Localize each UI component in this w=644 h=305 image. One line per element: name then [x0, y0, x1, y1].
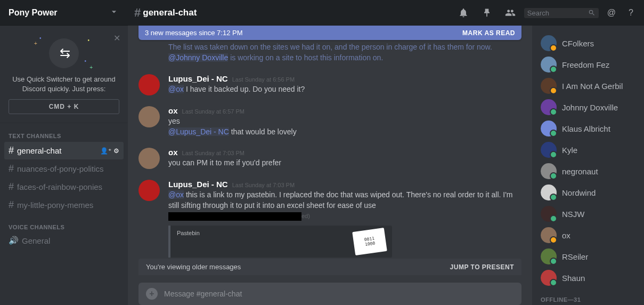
- member-name: I Am Not A Gerbil: [562, 82, 623, 91]
- member-ox[interactable]: ox: [536, 225, 640, 245]
- member-cfolkers[interactable]: CFolkers: [536, 33, 640, 53]
- older-messages-bar[interactable]: You're viewing older messages JUMP TO PR…: [138, 259, 521, 275]
- server-header[interactable]: Pony Power: [0, 0, 128, 26]
- message-timestamp: Last Sunday at 6:57 PM: [182, 108, 244, 115]
- hash-icon: #: [9, 199, 14, 211]
- main-area: # general-chat @ ? 3 new messages since …: [128, 0, 644, 305]
- message-text: ed): [168, 211, 521, 221]
- channel-my-little-pony-memes[interactable]: #my-little-pony-memes: [4, 196, 124, 214]
- hash-icon: #: [9, 181, 14, 192]
- member-klaus-albricht[interactable]: Klaus Albricht: [536, 118, 640, 139]
- message-timestamp: Last Sunday at 7:03 PM: [232, 182, 295, 188]
- member-nordwind[interactable]: Nordwind: [536, 182, 640, 203]
- gear-icon[interactable]: ⚙: [113, 147, 119, 155]
- jump-to-present-button[interactable]: JUMP TO PRESENT: [450, 263, 514, 271]
- offline-header: OFFLINE—31: [536, 289, 640, 304]
- member-negronaut[interactable]: negronaut: [536, 161, 640, 181]
- members-list: CFolkersFreedom FezI Am Not A GerbilJohn…: [532, 26, 644, 305]
- mention[interactable]: @ox: [168, 85, 184, 93]
- channel-label: my-little-pony-memes: [17, 200, 93, 210]
- message: The list was taken down on the sites we …: [138, 42, 521, 66]
- chevron-down-icon[interactable]: [109, 6, 119, 19]
- message-author[interactable]: ox: [168, 106, 178, 115]
- member-johnny-doxville[interactable]: Johnny Doxville: [536, 97, 640, 117]
- message: Lupus_Dei - NCLast Sunday at 6:56 PM@ox …: [138, 66, 521, 98]
- hash-icon: #: [9, 163, 14, 174]
- message-input-field[interactable]: [164, 290, 514, 298]
- pin-icon[interactable]: [477, 7, 496, 18]
- mark-as-read-button[interactable]: MARK AS READ: [462, 29, 515, 37]
- message-author[interactable]: Lupus_Dei - NC: [168, 180, 228, 189]
- message-author[interactable]: Lupus_Dei - NC: [168, 74, 228, 83]
- avatar[interactable]: [138, 180, 160, 201]
- invite-icon[interactable]: 👤⁺: [100, 147, 111, 155]
- avatar: [541, 57, 557, 73]
- mention[interactable]: @ox: [168, 190, 184, 199]
- channel-general-chat[interactable]: #general-chat👤⁺⚙: [4, 142, 124, 159]
- member-kyle[interactable]: Kyle: [536, 140, 640, 160]
- new-messages-bar[interactable]: 3 new messages since 7:12 PM MARK AS REA…: [138, 26, 521, 40]
- search-input[interactable]: [527, 9, 581, 17]
- message-timestamp: Last Sunday at 7:03 PM: [182, 150, 244, 156]
- avatar: [541, 206, 557, 222]
- hash-icon: #: [9, 145, 14, 156]
- speaker-icon: 🔊: [9, 236, 19, 245]
- message-text: @ox I have it backed up. Do you need it?: [168, 84, 521, 95]
- channel-label: faces-of-rainbow-ponies: [17, 182, 102, 191]
- avatar: [541, 78, 557, 94]
- server-name: Pony Power: [9, 8, 58, 18]
- message-input[interactable]: +: [138, 283, 521, 305]
- avatar: [541, 35, 557, 51]
- voice-channel-label: General: [22, 236, 50, 245]
- channel-label: general-chat: [17, 146, 61, 155]
- channel-title-text: general-chat: [143, 7, 197, 18]
- messages-area: 3 new messages since 7:12 PM MARK AS REA…: [128, 26, 532, 305]
- message-text: you can PM it to me if you'd prefer: [168, 158, 521, 168]
- mention[interactable]: @Johnny Doxville: [168, 53, 228, 62]
- avatar[interactable]: [138, 106, 160, 127]
- hash-icon: #: [134, 6, 141, 20]
- older-messages-text: You're viewing older messages: [146, 263, 241, 271]
- member-i-am-not-a-gerbil[interactable]: I Am Not A Gerbil: [536, 76, 640, 96]
- avatar[interactable]: [138, 148, 160, 169]
- members-icon[interactable]: [501, 7, 520, 18]
- member-rseiler[interactable]: RSeiler: [536, 246, 640, 267]
- message: Lupus_Dei - NCLast Sunday at 7:03 PM@ox …: [138, 171, 521, 259]
- text-channels-header: TEXT CHANNELS: [0, 123, 128, 141]
- search-box[interactable]: [524, 8, 599, 18]
- member-nsjw[interactable]: NSJW: [536, 204, 640, 224]
- member-name: negronaut: [562, 167, 598, 176]
- help-icon[interactable]: ?: [624, 8, 638, 18]
- member-name: NSJW: [562, 210, 585, 219]
- member-name: Nordwind: [562, 188, 596, 197]
- avatar: [541, 121, 557, 137]
- mention[interactable]: @Lupus_Dei - NC: [168, 127, 229, 136]
- embed[interactable]: Pastebin00111000: [168, 226, 392, 258]
- message-text: The list was taken down on the sites we …: [168, 42, 521, 63]
- voice-channel-general[interactable]: 🔊General: [0, 232, 128, 248]
- avatar: [541, 163, 557, 179]
- avatar: [541, 142, 557, 158]
- quick-switcher-panel: ✕ ⇆ • + • + • Use Quick Switcher to get …: [0, 26, 128, 123]
- message-text: @Lupus_Dei - NC that would be lovely: [168, 127, 521, 138]
- embed-provider: Pastebin: [177, 230, 347, 236]
- avatar: [541, 227, 557, 243]
- message: oxLast Sunday at 7:03 PMyou can PM it to…: [138, 139, 521, 171]
- mentions-icon[interactable]: @: [603, 8, 620, 18]
- channel-faces-of-rainbow-ponies[interactable]: #faces-of-rainbow-ponies: [4, 178, 124, 196]
- voice-channels-header: VOICE CHANNELS: [0, 214, 128, 232]
- avatar: [541, 184, 557, 200]
- bell-icon[interactable]: [454, 7, 473, 18]
- member-shaun[interactable]: Shaun: [536, 268, 640, 288]
- quick-switcher-key[interactable]: CMD + K: [9, 99, 119, 114]
- channel-nuances-of-pony-politics[interactable]: #nuances-of-pony-politics: [4, 160, 124, 178]
- message: oxLast Sunday at 6:57 PMyes@Lupus_Dei - …: [138, 98, 521, 139]
- channel-sidebar: Pony Power ✕ ⇆ • + • + • Use Quick Switc…: [0, 0, 128, 305]
- avatar: [541, 99, 557, 115]
- message-author[interactable]: ox: [168, 148, 178, 157]
- member-freedom-fez[interactable]: Freedom Fez: [536, 54, 640, 75]
- plus-icon[interactable]: +: [146, 288, 158, 300]
- avatar[interactable]: [138, 74, 160, 95]
- message-input-area: +: [128, 275, 532, 305]
- message-text: yes: [168, 116, 521, 127]
